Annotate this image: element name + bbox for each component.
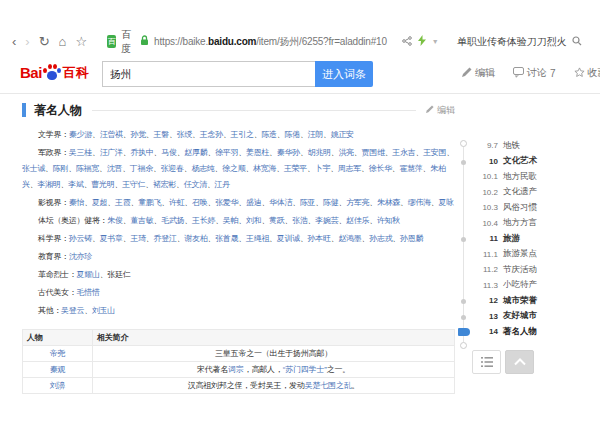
person-link[interactable]: 赵鸿墨: [338, 234, 361, 243]
person-link[interactable]: 朱林森: [377, 198, 400, 207]
person-link[interactable]: 童鹏飞: [138, 198, 161, 207]
person-link[interactable]: 毛惜惜: [77, 288, 100, 297]
person-link[interactable]: 许虹: [169, 198, 184, 207]
person-link[interactable]: 徐之顺: [222, 164, 245, 173]
person-link[interactable]: 秦华孙: [277, 148, 300, 157]
share-icon[interactable]: [402, 34, 412, 49]
edit-action[interactable]: 编辑: [462, 66, 495, 80]
person-link[interactable]: 夏耀山: [77, 270, 100, 279]
person-link[interactable]: 卜宇: [315, 164, 330, 173]
person-link[interactable]: 沈晋: [107, 164, 122, 173]
person-link[interactable]: 乔执中: [130, 148, 153, 157]
person-link[interactable]: 贾国维: [362, 148, 385, 157]
flash-icon[interactable]: [418, 34, 426, 49]
person-link[interactable]: 姜恩柱: [246, 148, 269, 157]
person-link[interactable]: 孙觉: [130, 130, 145, 139]
person-link[interactable]: 王荣平: [284, 164, 307, 173]
toc-item-14[interactable]: 14著名人物: [460, 324, 592, 340]
address-bar[interactable]: 百 百度 https://baike.baidu.com/item/扬州/625…: [107, 28, 387, 56]
person-link[interactable]: 李斌: [68, 180, 83, 189]
person-link[interactable]: 张迎春: [161, 164, 184, 173]
person-link[interactable]: 秦观: [50, 365, 66, 374]
search-input[interactable]: [102, 61, 315, 87]
person-link[interactable]: 胡兆明: [308, 148, 331, 157]
home-icon[interactable]: ⌂: [59, 35, 67, 48]
toc-item-10.2[interactable]: 10.2文化遗产: [460, 185, 592, 201]
toc-item-13[interactable]: 13友好城市: [460, 309, 592, 325]
person-link[interactable]: 杨志纯: [191, 164, 214, 173]
person-link[interactable]: 马俊: [161, 148, 176, 157]
person-link[interactable]: 王引之: [231, 130, 254, 139]
person-link[interactable]: 褚宏彬: [153, 180, 176, 189]
person-link[interactable]: 陈造: [261, 130, 276, 139]
person-link[interactable]: 方军亮: [346, 198, 369, 207]
section-edit-link[interactable]: 编辑: [426, 104, 455, 117]
person-link[interactable]: 刘和: [246, 216, 261, 225]
person-link[interactable]: 孙云铸: [69, 234, 92, 243]
search-icon[interactable]: [572, 36, 582, 48]
forward-icon[interactable]: ›: [25, 35, 29, 48]
person-link[interactable]: 秦少游: [69, 130, 92, 139]
toc-item-10.3[interactable]: 10.3风俗习惯: [460, 200, 592, 216]
person-link[interactable]: 夏书章: [100, 234, 123, 243]
person-link[interactable]: 张浩: [292, 216, 307, 225]
person-link[interactable]: 洪亮: [338, 148, 353, 157]
person-link[interactable]: 任文清: [184, 180, 207, 189]
person-link[interactable]: 姚正安: [331, 130, 354, 139]
person-link[interactable]: 吴登云: [61, 306, 84, 315]
person-link[interactable]: 王霞: [115, 198, 130, 207]
toc-item-10.4[interactable]: 10.4地方方言: [460, 216, 592, 232]
person-link[interactable]: 黄跃: [269, 216, 284, 225]
person-link[interactable]: 王磐: [154, 130, 169, 139]
toc-item-11.3[interactable]: 11.3小吃特产: [460, 278, 592, 294]
person-link[interactable]: 秦怡: [69, 198, 84, 207]
person-link[interactable]: 陈健: [323, 198, 338, 207]
toc-item-11.2[interactable]: 11.2节庆活动: [460, 262, 592, 278]
person-link[interactable]: 丁福余: [130, 164, 153, 173]
person-link[interactable]: 毛武扬: [161, 216, 184, 225]
person-link[interactable]: 召唤: [192, 198, 207, 207]
person-link[interactable]: 陈亚: [300, 198, 315, 207]
person-link[interactable]: 董吉敏: [130, 216, 153, 225]
inline-link[interactable]: 词宗: [228, 365, 244, 374]
person-link[interactable]: 孙恩麟: [400, 234, 423, 243]
person-link[interactable]: 徐平羽: [215, 148, 238, 157]
person-link[interactable]: 吴三桂: [69, 148, 92, 157]
person-link[interactable]: 周志军: [338, 164, 361, 173]
toc-item-12[interactable]: 12城市荣誉: [460, 293, 592, 309]
person-link[interactable]: 赵佳乐: [346, 216, 369, 225]
inline-link[interactable]: 吴楚七国之乱: [305, 381, 352, 390]
person-link[interactable]: 乔登江: [154, 234, 177, 243]
person-link[interactable]: 王琦: [130, 234, 145, 243]
bookmark-star-icon[interactable]: ☆: [75, 35, 87, 48]
toc-item-10.1[interactable]: 10.1地方民歌: [460, 169, 592, 185]
person-link[interactable]: 夏超: [92, 198, 107, 207]
toc-toggle-button[interactable]: [472, 350, 501, 374]
toc-item-9.7[interactable]: 9.7地铁: [460, 138, 592, 154]
person-link[interactable]: 张士诚: [22, 164, 45, 173]
back-icon[interactable]: ‹: [12, 35, 16, 48]
person-link[interactable]: 缪伟海: [408, 198, 431, 207]
person-link[interactable]: 王安国: [423, 148, 446, 157]
person-link[interactable]: 王守仁: [122, 180, 145, 189]
person-link[interactable]: 夏训诚: [277, 234, 300, 243]
person-link[interactable]: 吴帕: [223, 216, 238, 225]
person-link[interactable]: 沈亦珍: [69, 252, 92, 261]
person-link[interactable]: 华体洁: [269, 198, 292, 207]
discuss-action[interactable]: 讨论7: [513, 66, 556, 80]
person-link[interactable]: 帝尧: [50, 349, 66, 358]
person-link[interactable]: 汪曾祺: [100, 130, 123, 139]
inline-link[interactable]: “苏门四学士”: [283, 365, 327, 374]
person-link[interactable]: 陈刚: [53, 164, 68, 173]
person-link[interactable]: 林宽海: [253, 164, 276, 173]
person-link[interactable]: 许知秋: [377, 216, 400, 225]
refresh-icon[interactable]: ↻: [39, 35, 50, 48]
enter-entry-button[interactable]: 进入词条: [315, 61, 373, 87]
person-link[interactable]: 王长婷: [192, 216, 215, 225]
baike-logo[interactable]: Bai 百科: [20, 64, 89, 80]
person-link[interactable]: 张绶: [177, 130, 192, 139]
person-link[interactable]: 谢友柏: [184, 234, 207, 243]
toc-item-11[interactable]: 11旅游: [460, 231, 592, 247]
chevron-down-icon[interactable]: ▼: [432, 38, 439, 45]
person-link[interactable]: 汪广洋: [100, 148, 123, 157]
